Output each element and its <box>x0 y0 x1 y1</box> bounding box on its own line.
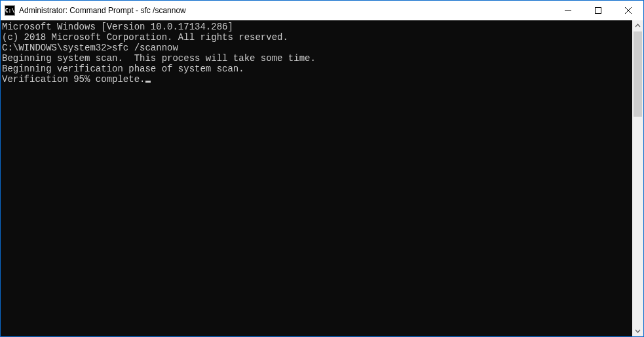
minimize-button[interactable] <box>553 1 583 20</box>
console-line: Microsoft Windows [Version 10.0.17134.28… <box>2 22 631 32</box>
command-prompt-window: C:\ Administrator: Command Prompt - sfc … <box>0 0 644 337</box>
minimize-icon <box>565 7 571 14</box>
console-line: (c) 2018 Microsoft Corporation. All righ… <box>2 32 631 43</box>
text-cursor <box>145 81 151 83</box>
maximize-icon <box>595 7 601 14</box>
close-button[interactable] <box>613 1 643 20</box>
scroll-up-button[interactable] <box>632 20 643 31</box>
scroll-down-button[interactable] <box>632 325 643 336</box>
maximize-button[interactable] <box>583 1 613 20</box>
console-output[interactable]: Microsoft Windows [Version 10.0.17134.28… <box>1 20 632 336</box>
titlebar[interactable]: C:\ Administrator: Command Prompt - sfc … <box>1 1 643 20</box>
cmd-icon: C:\ <box>5 5 15 16</box>
chevron-up-icon <box>635 23 641 29</box>
vertical-scrollbar[interactable] <box>632 20 643 336</box>
console-line: Verification 95% complete. <box>2 74 631 85</box>
console-line: C:\WINDOWS\system32>sfc /scannow <box>2 43 631 53</box>
console-line: Beginning system scan. This process will… <box>2 53 631 64</box>
scroll-track[interactable] <box>632 31 643 325</box>
window-title: Administrator: Command Prompt - sfc /sca… <box>19 6 553 15</box>
window-controls <box>553 1 643 20</box>
chevron-down-icon <box>635 328 641 334</box>
svg-rect-1 <box>596 8 601 14</box>
scroll-thumb[interactable] <box>634 31 642 117</box>
close-icon <box>625 7 632 14</box>
console-line: Beginning verification phase of system s… <box>2 64 631 74</box>
client-area: Microsoft Windows [Version 10.0.17134.28… <box>1 20 643 336</box>
